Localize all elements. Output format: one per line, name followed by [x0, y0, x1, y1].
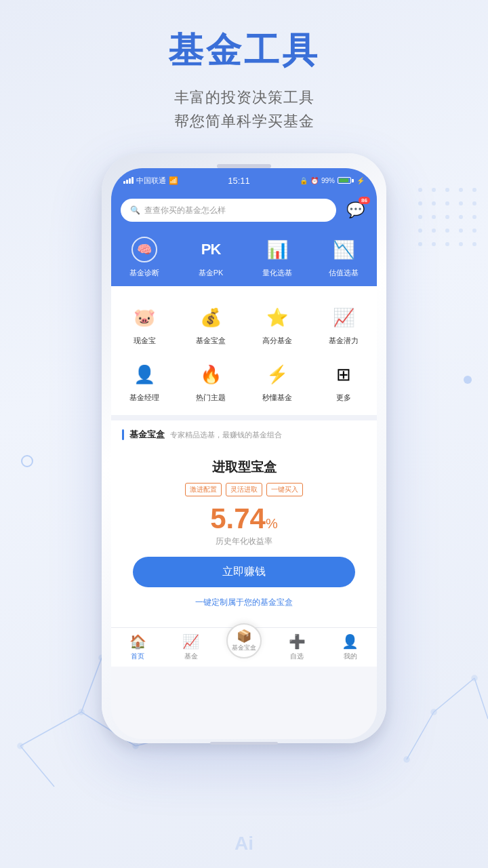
grid-label-hot: 热门主题	[196, 393, 226, 403]
icon-grid-row-1: 🐷 现金宝 💰 基金宝盒 ⭐ 高分基金	[111, 296, 377, 353]
rate-unit: %	[266, 516, 278, 531]
trend-icon: 📉	[329, 235, 359, 264]
grid-item-manager[interactable]: 👤 基金经理	[111, 355, 178, 407]
cash-icon: 🐷	[129, 302, 159, 332]
grid-item-highscore[interactable]: ⭐ 高分基金	[244, 298, 310, 350]
grid-label-potential: 基金潜力	[329, 336, 359, 346]
signal-bars	[123, 177, 134, 184]
grid-label-understand: 秒懂基金	[262, 393, 292, 403]
message-button[interactable]: 💬 86	[343, 198, 367, 222]
grid-item-understand[interactable]: ⚡ 秒懂基金	[244, 355, 310, 407]
user-icon: 👤	[342, 633, 359, 650]
bottom-nav: 🏠 首页 📈 基金 📦 基金宝盒 ➕ 自选	[111, 627, 377, 667]
nav-label-diagnosis: 基金诊断	[129, 268, 159, 278]
brain-icon: 🧠	[129, 235, 159, 264]
section-divider	[111, 415, 377, 420]
battery-percent: 99%	[321, 177, 335, 184]
nav-label-valuation: 估值选基	[329, 268, 359, 278]
grid-item-treasure[interactable]: 💰 基金宝盒	[178, 298, 244, 350]
grid-label-manager: 基金经理	[129, 393, 159, 403]
home-indicator	[210, 742, 278, 745]
card-rate: 5.74	[210, 502, 266, 534]
grid-item-hot[interactable]: 🔥 热门主题	[178, 355, 244, 407]
lock-icon: 🔒	[300, 177, 308, 184]
svg-line-28	[20, 746, 54, 787]
ai-label: Ai	[235, 833, 253, 854]
highscore-icon: ⭐	[262, 302, 292, 332]
grid-label-treasure: 基金宝盒	[196, 336, 226, 346]
nav-fund[interactable]: 📈 基金	[164, 628, 217, 667]
section-bar	[122, 429, 124, 440]
grid-item-more[interactable]: ⊞ 更多	[310, 355, 377, 407]
grid-label-cash: 现金宝	[134, 336, 156, 346]
grid-label-more: 更多	[336, 393, 351, 403]
nav-item-quant[interactable]: 📊 量化选基	[244, 235, 310, 278]
nav-home[interactable]: 🏠 首页	[111, 628, 164, 667]
nav-mine[interactable]: 👤 我的	[324, 628, 377, 667]
main-title: 基金工具	[0, 27, 488, 75]
treasure-box-icon: 📦	[237, 629, 251, 644]
nav-item-pk[interactable]: PK 基金PK	[178, 235, 244, 278]
search-area: 🔍 查查你买的基金怎么样 💬 86	[111, 193, 377, 229]
status-left: 中国联通 📶	[123, 176, 178, 186]
earn-button[interactable]: 立即赚钱	[133, 557, 355, 587]
alarm-icon: ⏰	[310, 177, 319, 184]
svg-point-32	[133, 743, 138, 749]
chart-icon: 📊	[262, 235, 292, 264]
nav-label-quant: 量化选基	[262, 268, 292, 278]
section-desc: 专家精品选基，最赚钱的基金组合	[170, 430, 282, 440]
header-section: 基金工具 丰富的投资决策工具 帮您简单科学买基金	[0, 0, 488, 146]
svg-point-39	[404, 757, 409, 762]
add-icon: ➕	[289, 633, 306, 650]
nav-label-pk: 基金PK	[199, 268, 224, 278]
fund-icon: 📈	[182, 633, 199, 650]
grid-item-potential[interactable]: 📈 基金潜力	[310, 298, 377, 350]
icon-grid-row-2: 👤 基金经理 🔥 热门主题 ⚡ 秒懂基金	[111, 353, 377, 410]
nav-center-button[interactable]: 📦 基金宝盒	[226, 623, 262, 658]
carrier: 中国联通	[136, 176, 166, 186]
nav-item-diagnosis[interactable]: 🧠 基金诊断	[111, 235, 178, 278]
nav-item-valuation[interactable]: 📉 估值选基	[310, 235, 377, 278]
section-title: 基金宝盒	[129, 429, 165, 441]
search-icon: 🔍	[130, 205, 140, 215]
grid-label-highscore: 高分基金	[262, 336, 292, 346]
manager-icon: 👤	[129, 359, 159, 389]
pk-icon: PK	[196, 235, 226, 264]
search-placeholder: 查查你买的基金怎么样	[144, 205, 226, 216]
card-tags: 激进配置 灵活进取 一键买入	[133, 483, 355, 496]
card-rate-label: 历史年化收益率	[133, 536, 355, 547]
battery-icon	[338, 177, 354, 184]
icon-grid: 🐷 现金宝 💰 基金宝盒 ⭐ 高分基金	[111, 286, 377, 415]
home-icon: 🏠	[129, 633, 146, 650]
treasure-icon: 💰	[196, 302, 226, 332]
tag-flexible: 灵活进取	[226, 483, 262, 496]
search-box[interactable]: 🔍 查查你买的基金怎么样	[121, 199, 336, 222]
grid-item-cash[interactable]: 🐷 现金宝	[111, 298, 178, 350]
phone-screen: 中国联通 📶 15:11 🔒 ⏰ 99% ⚡	[111, 168, 377, 739]
message-icon: 💬	[346, 201, 365, 219]
nav-center-wrap: 📦 基金宝盒	[218, 628, 270, 667]
status-right: 🔒 ⏰ 99% ⚡	[300, 177, 365, 184]
phone-mockup: 中国联通 📶 15:11 🔒 ⏰ 99% ⚡	[0, 153, 488, 743]
nav-watchlist[interactable]: ➕ 自选	[270, 628, 323, 667]
understand-icon: ⚡	[262, 359, 292, 389]
wifi-icon: 📶	[169, 176, 178, 185]
svg-point-31	[18, 743, 23, 749]
potential-icon: 📈	[329, 302, 359, 332]
section-header: 基金宝盒 专家精品选基，最赚钱的基金组合	[122, 429, 366, 441]
tag-onebuy: 一键买入	[266, 483, 303, 496]
top-nav: 🧠 基金诊断 PK 基金PK 📊 量化选基	[111, 229, 377, 286]
custom-link[interactable]: 一键定制属于您的基金宝盒	[195, 597, 293, 607]
fund-card: 进取型宝盒 激进配置 灵活进取 一键买入 5.74% 历史年化收益率 立即赚钱 …	[122, 448, 366, 619]
phone-outer: 中国联通 📶 15:11 🔒 ⏰ 99% ⚡	[102, 153, 386, 743]
tag-aggressive: 激进配置	[185, 483, 222, 496]
message-badge: 86	[359, 197, 370, 204]
more-icon: ⊞	[329, 359, 359, 389]
hot-icon: 🔥	[196, 359, 226, 389]
status-time: 15:11	[228, 176, 250, 186]
subtitle: 丰富的投资决策工具 帮您简单科学买基金	[0, 85, 488, 133]
card-title: 进取型宝盒	[133, 458, 355, 476]
fund-box-section: 基金宝盒 专家精品选基，最赚钱的基金组合 进取型宝盒 激进配置 灵活进取 一键买…	[111, 420, 377, 627]
status-bar: 中国联通 📶 15:11 🔒 ⏰ 99% ⚡	[111, 168, 377, 193]
